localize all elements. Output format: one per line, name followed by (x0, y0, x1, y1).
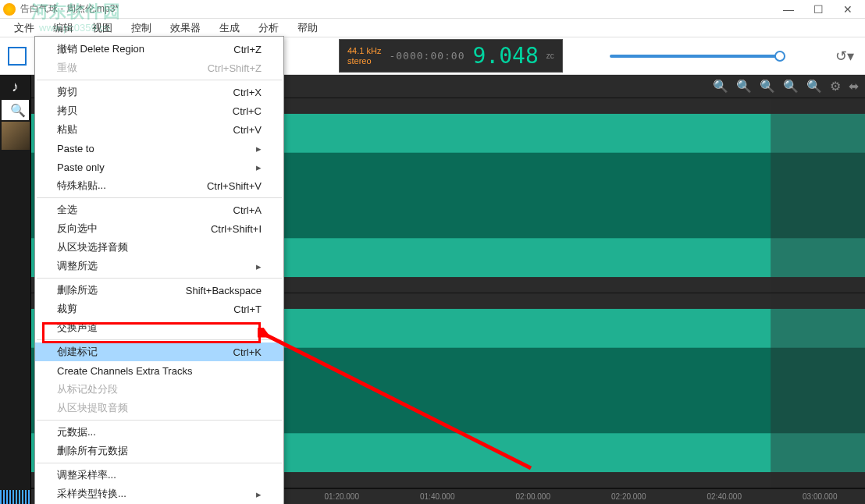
menu-item[interactable]: 交换声道 (35, 318, 283, 337)
menu-item[interactable]: 拷贝Ctrl+C (35, 101, 283, 120)
time-tick: 02:40.000 (707, 492, 742, 501)
menu-item[interactable]: 创建标记Ctrl+K (35, 343, 283, 361)
menu-item[interactable]: 反向选中Ctrl+Shift+I (35, 219, 283, 238)
menu-file[interactable]: 文件 (5, 20, 44, 37)
position-unit: zc (546, 51, 554, 60)
menu-item[interactable]: Paste only▸ (35, 158, 283, 176)
edit-dropdown-menu: 撤销 Delete RegionCtrl+Z重做Ctrl+Shift+Z剪切Ct… (34, 36, 284, 504)
music-icon[interactable]: ♪ (0, 75, 30, 98)
time-tick: 02:00.000 (516, 492, 551, 501)
close-button[interactable]: ✕ (840, 3, 856, 16)
menu-item[interactable]: Create Channels Extra Tracks (35, 361, 283, 380)
time-tick: 01:40.000 (420, 492, 455, 501)
menu-item[interactable]: 调整采样率... (35, 466, 283, 484)
sample-rate: 44.1 kHzstereo (347, 46, 381, 65)
zoom-in-icon[interactable]: 🔍 (713, 79, 728, 94)
zoom-fit-icon[interactable]: 🔍 (760, 79, 775, 94)
menu-item: 从区块提取音频 (35, 399, 283, 417)
menu-effects[interactable]: 效果器 (161, 20, 210, 37)
svg-rect-8 (771, 293, 865, 488)
menu-item[interactable]: 元数据... (35, 423, 283, 442)
maximize-button[interactable]: ☐ (810, 3, 826, 16)
selection-tool[interactable] (8, 47, 27, 66)
menu-item[interactable]: 从区块选择音频 (35, 238, 283, 257)
level-meter (0, 490, 31, 504)
menu-item: 重做Ctrl+Shift+Z (35, 59, 283, 77)
zoom-slider[interactable] (610, 55, 785, 58)
menu-item[interactable]: 剪切Ctrl+X (35, 83, 283, 101)
time-tick: 02:20.000 (611, 492, 646, 501)
menu-item[interactable]: 撤销 Delete RegionCtrl+Z (35, 40, 283, 59)
fith-icon[interactable]: ⬌ (849, 79, 859, 94)
svg-rect-4 (771, 98, 865, 293)
info-panel: 44.1 kHzstereo -0000:00:00 9.048 zc (339, 39, 563, 73)
menu-item[interactable]: 删除所有元数据 (35, 442, 283, 460)
history-icon[interactable]: ↺▾ (832, 48, 857, 65)
settings-icon[interactable]: ⚙ (830, 79, 841, 94)
minimize-button[interactable]: — (781, 3, 796, 16)
track-thumbnail[interactable] (2, 122, 30, 150)
zoom-sel-icon[interactable]: 🔍 (783, 79, 799, 94)
menu-view[interactable]: 视图 (83, 20, 122, 37)
menu-item[interactable]: 删除所选Shift+Backspace (35, 281, 283, 300)
menu-analyze[interactable]: 分析 (249, 20, 288, 37)
search-input[interactable]: 🔍 (2, 100, 29, 120)
time-tick: 01:20.000 (325, 492, 360, 501)
menu-help[interactable]: 帮助 (288, 20, 327, 37)
menu-generate[interactable]: 生成 (210, 20, 249, 37)
zoom-out-icon[interactable]: 🔍 (736, 79, 752, 94)
zoom-slider-wrap (610, 55, 832, 58)
zoom-100-icon[interactable]: 🔍 (806, 79, 822, 94)
menu-item[interactable]: 调整所选▸ (35, 257, 283, 275)
menu-item: 从标记处分段 (35, 380, 283, 399)
menu-item[interactable]: Paste to▸ (35, 139, 283, 158)
menu-item[interactable]: 裁剪Ctrl+T (35, 300, 283, 318)
title-bar: 告白气球 - 周杰伦.mp3* — ☐ ✕ (0, 0, 865, 19)
menu-item[interactable]: 采样类型转换...▸ (35, 484, 283, 503)
menu-control[interactable]: 控制 (122, 20, 161, 37)
app-icon (3, 3, 16, 16)
position-display: 9.048 (473, 43, 539, 69)
window-controls: — ☐ ✕ (781, 3, 862, 16)
menu-item[interactable]: 特殊粘贴...Ctrl+Shift+V (35, 176, 283, 195)
menu-item[interactable]: 全选Ctrl+A (35, 201, 283, 219)
window-title: 告白气球 - 周杰伦.mp3* (20, 2, 781, 16)
time-counter: -0000:00:00 (389, 50, 465, 62)
time-tick: 03:00.000 (803, 492, 838, 501)
menu-bar: 文件 编辑 视图 控制 效果器 生成 分析 帮助 (0, 19, 865, 37)
menu-edit[interactable]: 编辑 (44, 20, 83, 37)
left-sidebar: ♪ 🔍 (0, 75, 31, 504)
menu-item[interactable]: 粘贴Ctrl+V (35, 120, 283, 139)
zoom-slider-thumb[interactable] (774, 51, 785, 62)
